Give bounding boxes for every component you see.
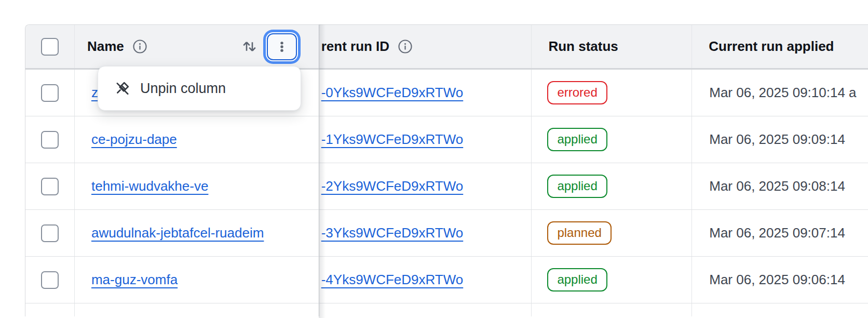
menu-item-label: Unpin column: [140, 81, 226, 97]
run-status-badge: planned: [547, 221, 611, 245]
workspace-name-link[interactable]: awudulnak-jebtafcel-ruadeim: [91, 225, 264, 241]
current-run-applied-timestamp: Mar 06, 2025 09:07:14: [709, 225, 845, 241]
table-row: ma-guz-vomfa -4Yks9WCFeD9xRTWo applied M…: [25, 257, 868, 303]
workspace-name-link[interactable]: tehmi-wudvakhe-ve: [91, 178, 208, 194]
header-current-run-applied-cell: Current run applied: [691, 25, 868, 68]
header-name-cell: Name: [74, 25, 319, 68]
current-run-applied-timestamp: Mar 06, 2025 09:10:14 a: [709, 85, 856, 101]
header-run-status-cell: Run status: [531, 25, 691, 68]
table-row: ce-pojzu-dape -1Yks9WCFeD9xRTWo applied …: [25, 116, 868, 163]
run-status-badge: applied: [547, 128, 607, 151]
row-checkbox[interactable]: [41, 271, 59, 289]
select-all-checkbox[interactable]: [41, 38, 59, 56]
info-icon[interactable]: [397, 38, 413, 55]
run-id-link[interactable]: -1Yks9WCFeD9xRTWo: [321, 131, 464, 148]
workspace-name-link[interactable]: ce-pojzu-dape: [91, 131, 177, 148]
name-column-label: Name: [87, 38, 124, 55]
pin-off-icon: [114, 80, 131, 97]
row-checkbox[interactable]: [41, 84, 59, 102]
current-run-applied-timestamp: Mar 06, 2025 09:08:14: [709, 178, 845, 194]
run-status-badge: errored: [547, 81, 607, 104]
table-header-row: Name rent run ID Run status: [25, 25, 868, 70]
table-row: tehmi-wudvakhe-ve -2Yks9WCFeD9xRTWo appl…: [25, 163, 868, 210]
header-select-cell: [25, 25, 74, 68]
workspace-name-link[interactable]: ma-guz-vomfa: [91, 272, 178, 288]
column-menu-dropdown: Unpin column: [98, 66, 301, 111]
run-status-column-label: Run status: [548, 38, 618, 55]
run-id-link[interactable]: -3Yks9WCFeD9xRTWo: [321, 225, 464, 241]
workspace-name-link[interactable]: z: [91, 85, 98, 101]
column-options-button[interactable]: [268, 34, 296, 59]
workspaces-table-screen: Name rent run ID Run status: [0, 0, 868, 318]
current-run-applied-timestamp: Mar 06, 2025 09:09:14: [709, 131, 845, 148]
row-checkbox[interactable]: [41, 131, 59, 149]
table-row: awudulnak-jebtafcel-ruadeim -3Yks9WCFeD9…: [25, 210, 868, 257]
menu-item-unpin-column[interactable]: Unpin column: [98, 67, 301, 110]
current-run-applied-column-label: Current run applied: [709, 38, 834, 55]
sort-arrows-icon[interactable]: [241, 37, 258, 56]
run-status-badge: applied: [547, 268, 607, 292]
row-checkbox[interactable]: [41, 178, 59, 195]
run-id-link[interactable]: -2Yks9WCFeD9xRTWo: [321, 178, 464, 194]
run-id-column-label: rent run ID: [321, 38, 389, 55]
run-id-link[interactable]: -4Yks9WCFeD9xRTWo: [321, 272, 464, 288]
run-status-badge: applied: [547, 175, 607, 198]
info-icon[interactable]: [132, 38, 148, 55]
header-run-id-cell: rent run ID: [319, 25, 532, 68]
row-checkbox[interactable]: [41, 224, 59, 242]
current-run-applied-timestamp: Mar 06, 2025 09:06:14: [709, 272, 845, 288]
run-id-link[interactable]: -0Yks9WCFeD9xRTWo: [321, 85, 464, 101]
table-row-partial: [25, 303, 868, 316]
